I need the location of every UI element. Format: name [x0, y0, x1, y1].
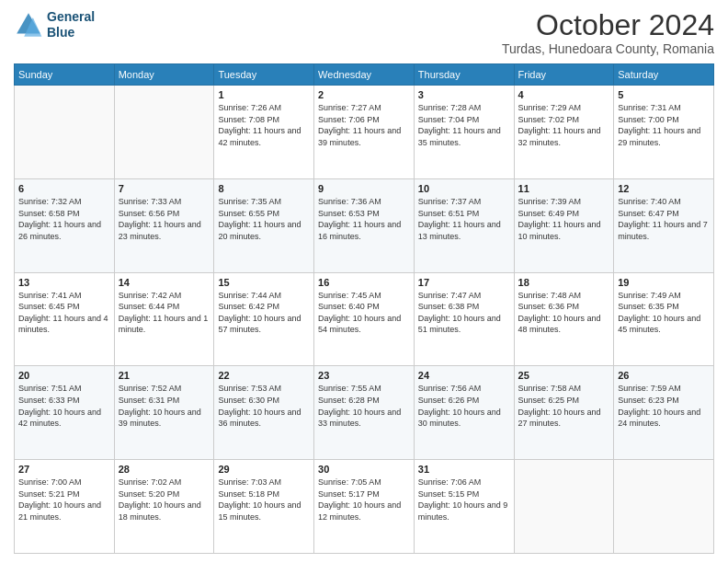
day-detail: Sunrise: 7:36 AM Sunset: 6:53 PM Dayligh…	[318, 196, 410, 242]
calendar-cell	[514, 460, 614, 554]
calendar-cell: 13Sunrise: 7:41 AM Sunset: 6:45 PM Dayli…	[15, 272, 115, 366]
calendar-cell	[614, 460, 714, 554]
day-detail: Sunrise: 7:48 AM Sunset: 6:36 PM Dayligh…	[518, 290, 610, 336]
calendar-cell: 31Sunrise: 7:06 AM Sunset: 5:15 PM Dayli…	[414, 460, 514, 554]
day-number: 30	[318, 464, 410, 475]
calendar-cell: 28Sunrise: 7:02 AM Sunset: 5:20 PM Dayli…	[114, 460, 214, 554]
day-detail: Sunrise: 7:44 AM Sunset: 6:42 PM Dayligh…	[218, 290, 310, 336]
calendar-cell: 24Sunrise: 7:56 AM Sunset: 6:26 PM Dayli…	[414, 366, 514, 460]
month-title: October 2024	[502, 9, 714, 41]
day-number: 9	[318, 183, 410, 194]
calendar-cell: 5Sunrise: 7:31 AM Sunset: 7:00 PM Daylig…	[614, 86, 714, 179]
day-detail: Sunrise: 7:28 AM Sunset: 7:04 PM Dayligh…	[418, 102, 510, 148]
calendar-cell: 18Sunrise: 7:48 AM Sunset: 6:36 PM Dayli…	[514, 272, 614, 366]
calendar-cell: 8Sunrise: 7:35 AM Sunset: 6:55 PM Daylig…	[214, 178, 314, 272]
day-number: 22	[218, 370, 310, 381]
calendar-cell: 9Sunrise: 7:36 AM Sunset: 6:53 PM Daylig…	[314, 178, 415, 272]
day-number: 17	[418, 277, 510, 288]
col-wednesday: Wednesday	[314, 64, 415, 86]
day-number: 6	[18, 183, 110, 194]
day-detail: Sunrise: 7:32 AM Sunset: 6:58 PM Dayligh…	[18, 196, 110, 242]
calendar-cell: 16Sunrise: 7:45 AM Sunset: 6:40 PM Dayli…	[314, 272, 415, 366]
day-number: 4	[518, 89, 610, 100]
day-detail: Sunrise: 7:53 AM Sunset: 6:30 PM Dayligh…	[218, 383, 310, 429]
day-detail: Sunrise: 7:56 AM Sunset: 6:26 PM Dayligh…	[418, 383, 510, 429]
calendar-week-row: 6Sunrise: 7:32 AM Sunset: 6:58 PM Daylig…	[15, 178, 714, 272]
day-number: 28	[119, 464, 210, 475]
day-number: 23	[318, 370, 410, 381]
calendar-cell: 7Sunrise: 7:33 AM Sunset: 6:56 PM Daylig…	[114, 178, 214, 272]
title-block: October 2024 Turdas, Hunedoara County, R…	[502, 9, 714, 56]
calendar-cell: 30Sunrise: 7:05 AM Sunset: 5:17 PM Dayli…	[314, 460, 415, 554]
day-number: 21	[119, 370, 210, 381]
col-thursday: Thursday	[414, 64, 514, 86]
calendar-cell: 10Sunrise: 7:37 AM Sunset: 6:51 PM Dayli…	[414, 178, 514, 272]
calendar-cell: 15Sunrise: 7:44 AM Sunset: 6:42 PM Dayli…	[214, 272, 314, 366]
day-number: 19	[618, 277, 710, 288]
day-detail: Sunrise: 7:26 AM Sunset: 7:08 PM Dayligh…	[218, 102, 310, 148]
day-detail: Sunrise: 7:40 AM Sunset: 6:47 PM Dayligh…	[618, 196, 710, 242]
day-number: 24	[418, 370, 510, 381]
calendar-cell: 26Sunrise: 7:59 AM Sunset: 6:23 PM Dayli…	[614, 366, 714, 460]
calendar-header-row: Sunday Monday Tuesday Wednesday Thursday…	[15, 64, 714, 86]
day-number: 10	[418, 183, 510, 194]
day-detail: Sunrise: 7:55 AM Sunset: 6:28 PM Dayligh…	[318, 383, 410, 429]
calendar-cell: 1Sunrise: 7:26 AM Sunset: 7:08 PM Daylig…	[214, 86, 314, 179]
day-detail: Sunrise: 7:52 AM Sunset: 6:31 PM Dayligh…	[119, 383, 210, 429]
day-number: 20	[18, 370, 110, 381]
calendar-cell: 3Sunrise: 7:28 AM Sunset: 7:04 PM Daylig…	[414, 86, 514, 179]
logo: General Blue	[14, 9, 95, 40]
day-detail: Sunrise: 7:59 AM Sunset: 6:23 PM Dayligh…	[618, 383, 710, 429]
day-detail: Sunrise: 7:35 AM Sunset: 6:55 PM Dayligh…	[218, 196, 310, 242]
day-detail: Sunrise: 7:58 AM Sunset: 6:25 PM Dayligh…	[518, 383, 610, 429]
day-number: 29	[218, 464, 310, 475]
calendar-cell: 14Sunrise: 7:42 AM Sunset: 6:44 PM Dayli…	[114, 272, 214, 366]
day-number: 7	[119, 183, 210, 194]
location: Turdas, Hunedoara County, Romania	[502, 41, 714, 56]
calendar-cell: 12Sunrise: 7:40 AM Sunset: 6:47 PM Dayli…	[614, 178, 714, 272]
calendar-cell: 29Sunrise: 7:03 AM Sunset: 5:18 PM Dayli…	[214, 460, 314, 554]
day-number: 1	[218, 89, 310, 100]
day-detail: Sunrise: 7:31 AM Sunset: 7:00 PM Dayligh…	[618, 102, 710, 148]
calendar-cell: 2Sunrise: 7:27 AM Sunset: 7:06 PM Daylig…	[314, 86, 415, 179]
day-detail: Sunrise: 7:29 AM Sunset: 7:02 PM Dayligh…	[518, 102, 610, 148]
day-detail: Sunrise: 7:39 AM Sunset: 6:49 PM Dayligh…	[518, 196, 610, 242]
col-monday: Monday	[114, 64, 214, 86]
calendar-cell: 21Sunrise: 7:52 AM Sunset: 6:31 PM Dayli…	[114, 366, 214, 460]
day-detail: Sunrise: 7:47 AM Sunset: 6:38 PM Dayligh…	[418, 290, 510, 336]
day-number: 8	[218, 183, 310, 194]
logo-text: General Blue	[47, 9, 95, 40]
calendar-cell	[15, 86, 115, 179]
logo-icon	[14, 10, 43, 40]
col-saturday: Saturday	[614, 64, 714, 86]
day-number: 11	[518, 183, 610, 194]
day-detail: Sunrise: 7:05 AM Sunset: 5:17 PM Dayligh…	[318, 477, 410, 523]
calendar-cell: 11Sunrise: 7:39 AM Sunset: 6:49 PM Dayli…	[514, 178, 614, 272]
day-detail: Sunrise: 7:41 AM Sunset: 6:45 PM Dayligh…	[18, 290, 110, 336]
calendar-table: Sunday Monday Tuesday Wednesday Thursday…	[14, 63, 714, 554]
calendar-cell: 17Sunrise: 7:47 AM Sunset: 6:38 PM Dayli…	[414, 272, 514, 366]
day-detail: Sunrise: 7:51 AM Sunset: 6:33 PM Dayligh…	[18, 383, 110, 429]
page: General Blue October 2024 Turdas, Hunedo…	[0, 0, 728, 563]
day-detail: Sunrise: 7:37 AM Sunset: 6:51 PM Dayligh…	[418, 196, 510, 242]
calendar-cell: 20Sunrise: 7:51 AM Sunset: 6:33 PM Dayli…	[15, 366, 115, 460]
day-number: 2	[318, 89, 410, 100]
col-friday: Friday	[514, 64, 614, 86]
day-number: 5	[618, 89, 710, 100]
calendar-week-row: 1Sunrise: 7:26 AM Sunset: 7:08 PM Daylig…	[15, 86, 714, 179]
day-detail: Sunrise: 7:45 AM Sunset: 6:40 PM Dayligh…	[318, 290, 410, 336]
day-number: 25	[518, 370, 610, 381]
day-number: 14	[119, 277, 210, 288]
day-detail: Sunrise: 7:02 AM Sunset: 5:20 PM Dayligh…	[119, 477, 210, 523]
day-detail: Sunrise: 7:03 AM Sunset: 5:18 PM Dayligh…	[218, 477, 310, 523]
day-number: 13	[18, 277, 110, 288]
col-tuesday: Tuesday	[214, 64, 314, 86]
header: General Blue October 2024 Turdas, Hunedo…	[14, 9, 714, 56]
day-number: 3	[418, 89, 510, 100]
day-number: 15	[218, 277, 310, 288]
calendar-cell: 27Sunrise: 7:00 AM Sunset: 5:21 PM Dayli…	[15, 460, 115, 554]
day-detail: Sunrise: 7:27 AM Sunset: 7:06 PM Dayligh…	[318, 102, 410, 148]
day-detail: Sunrise: 7:49 AM Sunset: 6:35 PM Dayligh…	[618, 290, 710, 336]
calendar-week-row: 20Sunrise: 7:51 AM Sunset: 6:33 PM Dayli…	[15, 366, 714, 460]
calendar-cell: 22Sunrise: 7:53 AM Sunset: 6:30 PM Dayli…	[214, 366, 314, 460]
